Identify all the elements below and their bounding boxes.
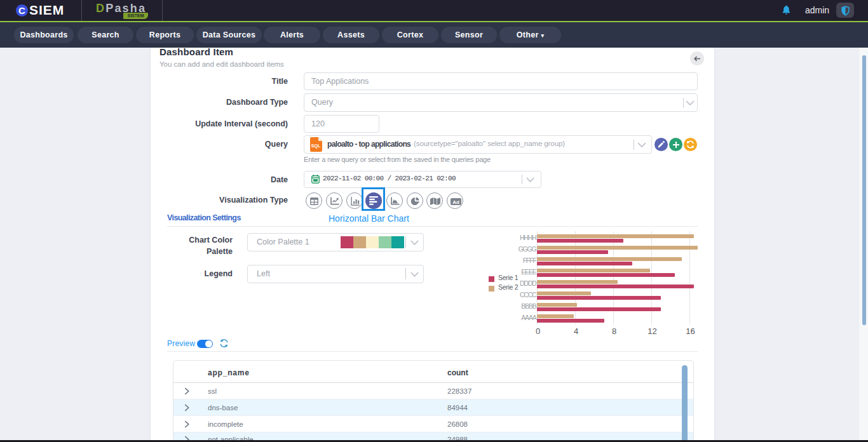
svg-text:Ad: Ad [452, 199, 459, 204]
svg-text:SQL: SQL [311, 144, 321, 149]
